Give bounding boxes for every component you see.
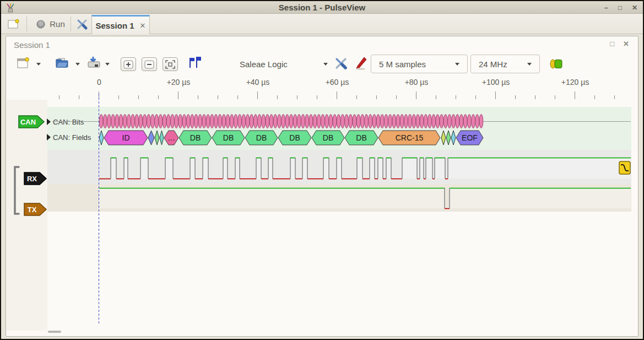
sample-count-select[interactable]: 5 M samples	[371, 55, 468, 73]
horizontal-scrollbar-handle[interactable]	[48, 331, 61, 333]
main-toolbar: Run Session 1 ✕	[1, 14, 643, 34]
label-gutter	[7, 100, 47, 331]
zoom-in-icon	[123, 60, 133, 69]
subwindow-restore-button[interactable]: □	[610, 40, 614, 48]
zoom-out-button[interactable]	[142, 57, 157, 71]
toolbar-separator	[71, 17, 71, 31]
device-select-value: Saleae Logic	[240, 60, 288, 69]
save-icon	[86, 55, 102, 71]
open-folder-icon	[55, 55, 70, 71]
pulseview-window: Session 1 - PulseView – □ ✕ Run	[0, 0, 644, 340]
tx-trace-background[interactable]	[47, 184, 631, 212]
zoom-out-icon	[144, 60, 154, 69]
zoom-fit-icon	[165, 60, 175, 69]
can-decode-row-background[interactable]	[47, 107, 631, 150]
trigger-flags-icon	[188, 56, 202, 68]
title-bar[interactable]: Session 1 - PulseView – □ ✕	[1, 1, 643, 14]
settings-button[interactable]	[73, 16, 91, 32]
ruler-tick-label: +20 µs	[154, 78, 203, 87]
subwindow-title: Session 1	[14, 40, 50, 50]
save-dropdown[interactable]	[105, 63, 110, 66]
new-file-button[interactable]	[16, 56, 30, 71]
chevron-down-icon	[455, 63, 459, 66]
session-subwindow: Session 1 □ ✕	[6, 36, 638, 337]
ruler-tick-label: +80 µs	[392, 78, 441, 87]
open-dropdown[interactable]	[75, 63, 80, 66]
ruler-tick-label: +40 µs	[233, 78, 283, 87]
can-bits-row-label[interactable]: CAN: Bits	[53, 118, 84, 127]
window-title: Session 1 - PulseView	[1, 3, 643, 12]
chevron-down-icon	[527, 63, 532, 66]
toolbar-separator	[26, 17, 27, 31]
open-button[interactable]	[55, 55, 70, 71]
tab-label: Session 1	[96, 21, 134, 30]
subwindow-close-button[interactable]: ✕	[623, 40, 629, 48]
channels-button[interactable]	[353, 56, 367, 71]
new-session-button[interactable]	[3, 16, 23, 32]
minimize-button[interactable]: –	[604, 4, 608, 11]
zoom-fit-button[interactable]	[163, 57, 178, 71]
device-select[interactable]: Saleae Logic	[240, 55, 328, 73]
save-button[interactable]	[86, 55, 102, 71]
sample-rate-value: 24 MHz	[479, 60, 507, 69]
new-file-icon	[16, 56, 30, 71]
tools-icon	[333, 56, 349, 71]
ruler-tick-label: +120 µs	[550, 78, 600, 87]
run-state-icon	[36, 20, 45, 29]
close-button[interactable]: ✕	[632, 4, 637, 11]
trigger-markers-button[interactable]	[188, 56, 202, 68]
run-button-label: Run	[50, 19, 65, 29]
new-session-icon	[7, 18, 20, 30]
decoder-icon	[549, 58, 564, 69]
ruler-tick-label: +60 µs	[312, 78, 362, 87]
run-button[interactable]: Run	[32, 16, 69, 32]
zoom-in-button[interactable]	[121, 57, 136, 71]
sample-rate-select[interactable]: 24 MHz	[470, 55, 540, 73]
add-decoder-button[interactable]	[549, 58, 564, 69]
ruler-tick-label: 0	[74, 78, 124, 87]
can-fields-row-label[interactable]: CAN: Fields	[53, 133, 91, 142]
new-file-dropdown[interactable]	[36, 63, 41, 66]
rx-trace-background[interactable]	[47, 150, 631, 184]
tab-session-1[interactable]: Session 1 ✕	[91, 15, 150, 34]
sample-count-value: 5 M samples	[379, 60, 426, 69]
maximize-button[interactable]: □	[618, 4, 622, 11]
chevron-down-icon	[323, 63, 328, 66]
tab-close-icon[interactable]: ✕	[140, 21, 146, 30]
device-config-button[interactable]	[333, 56, 349, 71]
probe-icon	[353, 56, 367, 71]
tools-icon	[75, 18, 89, 31]
ruler-tick-label: +100 µs	[471, 78, 521, 87]
